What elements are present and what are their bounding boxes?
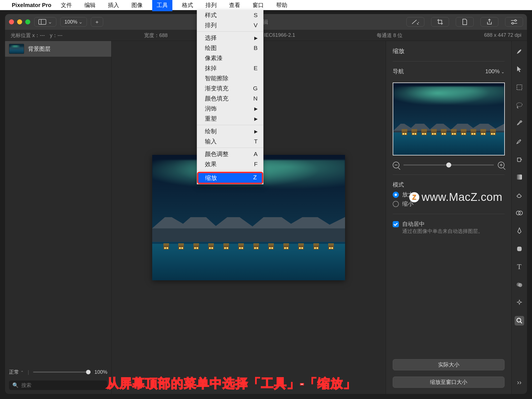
titlebar: ⌄ 100%⌄ ＋ l— 已编辑 <box>5 14 527 30</box>
dropdown-item[interactable]: 颜色填充N <box>197 93 263 104</box>
layer-name: 背景图层 <box>28 45 50 53</box>
zoom-value: 100% <box>64 19 77 25</box>
dropdown-item[interactable]: 绘制▶ <box>197 126 263 136</box>
tool-eraser[interactable] <box>515 190 524 200</box>
menu-view[interactable]: 查看 <box>226 0 243 11</box>
tool-styles[interactable] <box>515 47 524 56</box>
zoom-slider[interactable] <box>403 164 494 166</box>
document-button[interactable] <box>456 17 474 27</box>
dropdown-item[interactable]: 重塑▶ <box>197 114 263 124</box>
share-button[interactable] <box>480 17 498 27</box>
tool-shape[interactable] <box>515 244 524 254</box>
tool-text[interactable]: T <box>515 262 524 272</box>
menu-tools[interactable]: 工具 <box>152 0 172 11</box>
menu-help[interactable]: 帮助 <box>273 0 290 11</box>
sliders-icon <box>510 19 518 25</box>
dropdown-item[interactable]: 输入T <box>197 136 263 146</box>
main-area: 背景图层 正常 ⌃ | 100% 🔍 <box>5 41 527 394</box>
layer-controls: 正常 ⌃ | 100% <box>5 366 111 378</box>
zoom-in-icon[interactable] <box>498 162 505 168</box>
fullscreen-icon[interactable] <box>25 19 30 24</box>
cursor-position: 光标位置 x：--- y：--- <box>11 32 63 39</box>
tool-zoom[interactable] <box>515 316 524 325</box>
mac-menubar: Pixelmator Pro 文件 编辑 插入 图像 工具 格式 排列 查看 窗… <box>0 0 532 10</box>
svg-point-6 <box>515 20 516 21</box>
document-icon <box>462 19 468 25</box>
opacity-slider[interactable] <box>33 372 91 373</box>
blend-mode-select[interactable]: 正常 ⌃ <box>9 369 24 375</box>
search-icon: 🔍 <box>12 382 18 388</box>
tool-move[interactable] <box>515 65 524 74</box>
crop-icon <box>437 19 443 25</box>
menu-insert[interactable]: 插入 <box>105 0 122 11</box>
zoom-out-icon[interactable] <box>393 162 399 168</box>
navigator-zoom-dropdown[interactable]: 100% ⌄ <box>485 68 505 75</box>
dropdown-item[interactable]: 智能擦除 <box>197 73 263 83</box>
tool-eyedropper[interactable] <box>515 118 524 128</box>
dropdown-item[interactable]: 润饰▶ <box>197 104 263 114</box>
chevron-right-icon: ›› <box>517 379 522 386</box>
svg-point-3 <box>418 22 419 23</box>
watermark-logo-icon: Z <box>409 192 419 202</box>
dropdown-item[interactable]: 样式S <box>197 10 263 20</box>
fit-window-button[interactable]: 缩放至窗口大小 <box>393 377 505 388</box>
sidebar-icon <box>38 19 46 25</box>
settings-button[interactable] <box>505 17 523 27</box>
app-window: ⌄ 100%⌄ ＋ l— 已编辑 光标位置 x：--- y：--- 宽度：688… <box>5 14 527 394</box>
tool-gradient[interactable] <box>515 172 524 182</box>
tool-more[interactable]: ›› <box>515 378 524 387</box>
menu-format[interactable]: 格式 <box>179 0 196 11</box>
app-name[interactable]: Pixelmator Pro <box>12 2 51 8</box>
tool-effects[interactable] <box>515 298 524 308</box>
mode-label: 模式 <box>393 181 505 189</box>
close-icon[interactable] <box>9 19 14 24</box>
inspector-title: 缩放 <box>393 47 505 55</box>
layer-search[interactable]: 🔍 <box>9 380 107 390</box>
dropdown-item[interactable]: 排列V <box>197 20 263 30</box>
actual-size-button[interactable]: 实际大小 <box>393 359 505 370</box>
tool-repair[interactable] <box>515 208 524 218</box>
navigator-thumbnail[interactable] <box>393 82 505 155</box>
svg-rect-9 <box>517 85 522 90</box>
tool-pen[interactable] <box>515 226 524 236</box>
tools-dropdown: 样式S排列V选择▶绘图B像素漆抹掉E智能擦除渐变填充G颜色填充N润饰▶重塑▶绘制… <box>197 10 263 184</box>
search-input[interactable] <box>21 382 104 388</box>
tool-brush[interactable] <box>515 136 524 146</box>
menu-edit[interactable]: 编辑 <box>82 0 98 11</box>
dropdown-item[interactable]: 绘图B <box>197 43 263 53</box>
menu-arrange[interactable]: 排列 <box>203 0 219 11</box>
tool-color-adjust[interactable] <box>515 280 524 290</box>
dropdown-item[interactable]: 选择▶ <box>197 33 263 43</box>
auto-enhance-button[interactable] <box>406 17 424 27</box>
auto-center-checkbox[interactable]: 自动居中 <box>393 220 505 228</box>
layer-row[interactable]: 背景图层 <box>5 41 111 57</box>
inspector-panel: 缩放 导航 100% ⌄ 模式 放大 <box>386 41 511 394</box>
radio-icon <box>393 201 399 207</box>
auto-center-hint: 通过在图像中单击来自动选择图层。 <box>402 228 505 235</box>
tool-bucket[interactable] <box>515 154 524 164</box>
dropdown-separator <box>197 148 263 148</box>
minimize-icon[interactable] <box>17 19 22 24</box>
dropdown-item[interactable]: 渐变填充G <box>197 83 263 93</box>
crop-button[interactable] <box>431 17 449 27</box>
sidebar-toggle-button[interactable]: ⌄ <box>34 17 56 27</box>
dropdown-separator <box>197 170 263 171</box>
zoom-dropdown-button[interactable]: 100%⌄ <box>60 17 87 27</box>
radio-icon <box>393 192 399 198</box>
infobar: 光标位置 x：--- y：--- 宽度：688 sRGB IEC61966-2.… <box>5 30 527 41</box>
dropdown-item[interactable]: 颜色调整A <box>197 149 263 159</box>
menu-window[interactable]: 窗口 <box>250 0 267 11</box>
add-button[interactable]: ＋ <box>91 17 103 27</box>
tool-lasso[interactable] <box>515 100 524 110</box>
svg-line-18 <box>520 322 522 323</box>
menu-file[interactable]: 文件 <box>58 0 75 11</box>
dropdown-item-zoom-highlighted[interactable]: 缩放Z <box>197 172 263 184</box>
tool-marquee[interactable] <box>515 82 524 92</box>
titlebar-right-toolbar <box>406 17 523 27</box>
dropdown-item[interactable]: 抹掉E <box>197 63 263 73</box>
watermark: Z www.MacZ.com <box>409 191 502 203</box>
layers-sidebar: 背景图层 正常 ⌃ | 100% 🔍 <box>5 41 112 394</box>
menu-image[interactable]: 图像 <box>129 0 145 11</box>
dropdown-item[interactable]: 像素漆 <box>197 53 263 63</box>
dropdown-item[interactable]: 效果F <box>197 159 263 169</box>
